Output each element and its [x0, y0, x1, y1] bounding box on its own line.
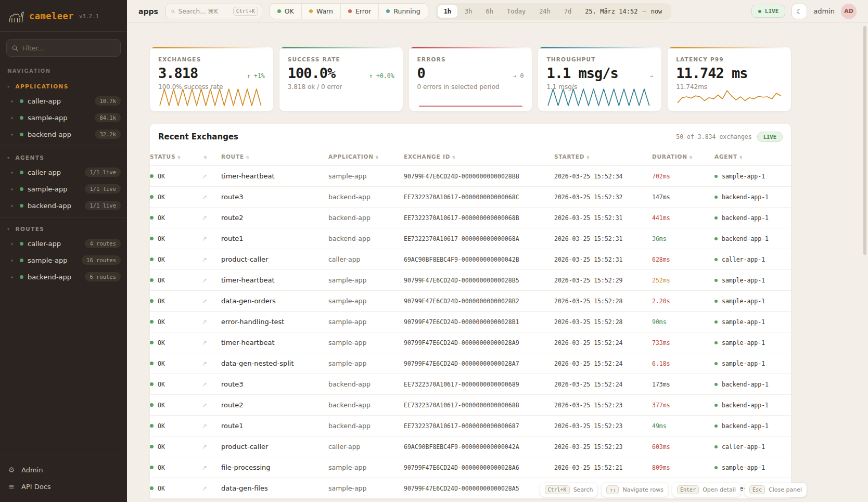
sidebar-filter[interactable]	[6, 39, 121, 57]
exchange-id-cell: 69AC90BF8EBC4F9-000000000000042A	[404, 436, 554, 457]
table-row[interactable]: OK↗route1backend-appEE7322370A10617-0000…	[150, 228, 791, 249]
footer-item-admin[interactable]: ⚙Admin	[0, 461, 127, 478]
table-row[interactable]: OK↗product-callercaller-app69AC90BF8EBC4…	[150, 436, 791, 457]
open-detail-icon[interactable]: ↗	[202, 235, 207, 242]
status-cell: OK	[150, 187, 202, 208]
table-row[interactable]: OK↗timer-heartbeatsample-app90799F47E6CD…	[150, 270, 791, 291]
expand-cell[interactable]: ↗	[202, 166, 221, 187]
column-header-expand[interactable]: ⇅	[202, 149, 221, 166]
expand-cell[interactable]: ↗	[202, 291, 221, 312]
sidebar-item-caller-app[interactable]: ▸caller-app10.7k	[0, 93, 127, 109]
table-summary: 50 of 3.834 exchanges	[676, 133, 751, 140]
live-badge[interactable]: LIVE	[751, 5, 786, 18]
search-kbd: Ctrl+K	[233, 7, 258, 16]
expand-cell[interactable]: ↗	[202, 208, 221, 228]
status-wrap: OK	[150, 422, 202, 430]
table-live-badge[interactable]: LIVE	[757, 132, 783, 142]
column-header-route[interactable]: ROUTE⇅	[221, 149, 328, 166]
table-row[interactable]: OK↗data-gen-nested-splitsample-app90799F…	[150, 353, 791, 374]
date-range[interactable]: 25. März 14:52 — now	[579, 8, 669, 15]
sidebar-item-sample-app[interactable]: ▸sample-app84.1k	[0, 109, 127, 126]
open-detail-icon[interactable]: ↗	[202, 485, 207, 492]
table-row[interactable]: OK↗route3backend-appEE7322370A10617-0000…	[150, 374, 791, 395]
column-header-exchange-id[interactable]: EXCHANGE ID⇅	[404, 149, 554, 166]
table-row[interactable]: OK↗product-callercaller-app69AC90BF8EBC4…	[150, 249, 791, 270]
table-row[interactable]: OK↗route1backend-appEE7322370A10617-0000…	[150, 416, 791, 436]
time-range-3h[interactable]: 3h	[458, 5, 478, 18]
expand-cell[interactable]: ↗	[202, 374, 221, 395]
open-detail-icon[interactable]: ↗	[202, 422, 207, 430]
table-row[interactable]: OK↗route2backend-appEE7322370A10617-0000…	[150, 208, 791, 228]
table-row[interactable]: OK↗timer-heartbeatsample-app90799F47E6CD…	[150, 166, 791, 187]
column-header-label: ROUTE	[221, 153, 244, 160]
sidebar-item-sample-app[interactable]: ▸sample-app1/1 live	[0, 181, 127, 197]
time-range-1h[interactable]: 1h	[438, 5, 457, 18]
open-detail-icon[interactable]: ↗	[202, 173, 207, 180]
duration-cell: 90ms	[652, 312, 714, 332]
avatar[interactable]: AD	[841, 4, 857, 19]
table-row[interactable]: OK↗route2backend-appEE7322370A10617-0000…	[150, 395, 791, 416]
table-row[interactable]: OK↗route3backend-appEE7322370A10617-0000…	[150, 187, 791, 208]
expand-cell[interactable]: ↗	[202, 416, 221, 436]
open-detail-icon[interactable]: ↗	[202, 256, 207, 263]
agent-wrap: caller-app-1	[714, 443, 791, 450]
scrollbar[interactable]	[863, 26, 866, 255]
sidebar-item-backend-app[interactable]: ▸backend-app6 routes	[0, 268, 127, 285]
open-detail-icon[interactable]: ↗	[202, 464, 207, 471]
expand-cell[interactable]: ↗	[202, 312, 221, 332]
column-header-started[interactable]: STARTED⇅	[554, 149, 652, 166]
sidebar-item-sample-app[interactable]: ▸sample-app16 routes	[0, 252, 127, 268]
ok-dot-icon	[150, 466, 154, 469]
search-input[interactable]	[178, 8, 229, 15]
column-header-agent[interactable]: AGENT⇅	[714, 149, 791, 166]
column-header-status[interactable]: STATUS⇅	[150, 149, 202, 166]
open-detail-icon[interactable]: ↗	[202, 360, 207, 367]
open-detail-icon[interactable]: ↗	[202, 277, 207, 284]
open-detail-icon[interactable]: ↗	[202, 381, 207, 388]
open-detail-icon[interactable]: ↗	[202, 318, 207, 326]
status-filter-warn[interactable]: Warn	[301, 4, 340, 19]
column-header-application[interactable]: APPLICATION⇅	[328, 149, 404, 166]
ok-dot-icon	[150, 299, 154, 303]
duration-cell: 628ms	[652, 249, 714, 270]
expand-cell[interactable]: ↗	[202, 270, 221, 291]
status-filter-error[interactable]: Error	[340, 4, 378, 19]
expand-cell[interactable]: ↗	[202, 332, 221, 353]
global-search[interactable]: Ctrl+K	[165, 4, 262, 19]
expand-cell[interactable]: ↗	[202, 395, 221, 416]
sidebar-section-header-applications[interactable]: ▾APPLICATIONS	[0, 80, 127, 93]
expand-cell[interactable]: ↗	[202, 187, 221, 208]
open-detail-icon[interactable]: ↗	[202, 194, 207, 201]
expand-cell[interactable]: ↗	[202, 353, 221, 374]
open-detail-icon[interactable]: ↗	[202, 339, 207, 346]
sidebar-section-header-agents[interactable]: ▾AGENTS	[0, 151, 127, 164]
open-detail-icon[interactable]: ↗	[202, 298, 207, 305]
sidebar-item-caller-app[interactable]: ▸caller-app4 routes	[0, 235, 127, 252]
open-detail-icon[interactable]: ↗	[202, 443, 207, 450]
time-range-7d[interactable]: 7d	[558, 5, 578, 18]
filter-input[interactable]	[22, 44, 115, 52]
table-row[interactable]: OK↗data-gen-orderssample-app90799F47E6CD…	[150, 291, 791, 312]
status-filter-running[interactable]: Running	[378, 4, 427, 19]
sidebar-section-header-routes[interactable]: ▾ROUTES	[0, 223, 127, 235]
expand-cell[interactable]: ↗	[202, 436, 221, 457]
time-range-24h[interactable]: 24h	[533, 5, 557, 18]
status-filter-ok[interactable]: OK	[270, 4, 301, 19]
time-range-today[interactable]: Today	[501, 5, 532, 18]
expand-cell[interactable]: ↗	[202, 249, 221, 270]
open-detail-icon[interactable]: ↗	[202, 214, 207, 222]
expand-cell[interactable]: ↗	[202, 478, 221, 499]
open-detail-icon[interactable]: ↗	[202, 402, 207, 409]
sidebar-item-backend-app[interactable]: ▸backend-app1/1 live	[0, 197, 127, 214]
time-range-6h[interactable]: 6h	[480, 5, 500, 18]
table-row[interactable]: OK↗file-processingsample-app90799F47E6CD…	[150, 457, 791, 478]
footer-item-api-docs[interactable]: ≡API Docs	[0, 478, 127, 495]
expand-cell[interactable]: ↗	[202, 228, 221, 249]
table-row[interactable]: OK↗error-handling-testsample-app90799F47…	[150, 312, 791, 332]
expand-cell[interactable]: ↗	[202, 457, 221, 478]
sidebar-item-caller-app[interactable]: ▸caller-app1/1 live	[0, 164, 127, 181]
theme-toggle-button[interactable]: ☾	[792, 4, 807, 19]
column-header-duration[interactable]: DURATION⇅	[652, 149, 714, 166]
table-row[interactable]: OK↗timer-heartbeatsample-app90799F47E6CD…	[150, 332, 791, 353]
sidebar-item-backend-app[interactable]: ▸backend-app32.2k	[0, 126, 127, 143]
